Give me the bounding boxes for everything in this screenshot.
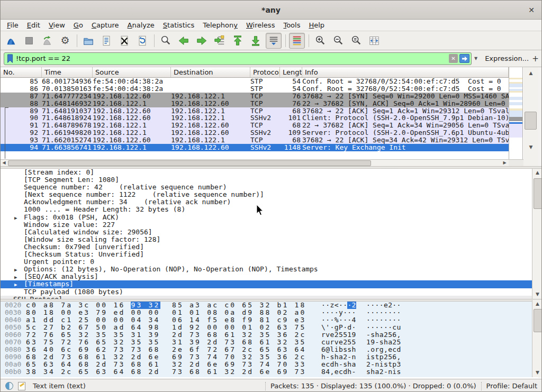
detail-row-4[interactable]: Acknowledgment number: 34 (relative ack …: [1, 198, 532, 206]
menu-edit[interactable]: Edit: [23, 20, 44, 30]
hex-row-0030[interactable]: 003080 18 00 e3 79 ed 00 0001 01 08 0a d…: [1, 309, 532, 316]
expand-arrow-icon[interactable]: ▶: [14, 274, 17, 280]
reload-file-button[interactable]: [134, 33, 150, 49]
column-header-protocol[interactable]: Protocol: [250, 67, 280, 77]
clear-filter-icon[interactable]: ✕: [449, 54, 458, 63]
expand-arrow-icon[interactable]: ▶: [14, 266, 17, 273]
zoom-100-button[interactable]: [348, 33, 364, 49]
display-filter-input[interactable]: !tcp.port == 22 ✕: [4, 52, 472, 65]
menu-view[interactable]: View: [44, 20, 69, 30]
detail-row-12[interactable]: Urgent pointer: 0: [1, 258, 532, 266]
scroll-down-icon[interactable]: ▼: [532, 369, 542, 377]
zoom-in-button[interactable]: [312, 33, 328, 49]
hex-vscrollbar[interactable]: ▲ ▼: [532, 300, 542, 377]
hex-row-0020[interactable]: 0020c0 a8 7a 3c 00 16 93 3285 a3 ac c0 6…: [1, 302, 532, 309]
detail-row-3[interactable]: [Next sequence number: 1122 (relative se…: [1, 191, 532, 198]
expand-arrow-icon[interactable]: ▶: [14, 281, 17, 288]
hex-row-0040[interactable]: 0040a1 dd c1 25 00 00 04 3406 14 f5 e8 f…: [1, 316, 532, 324]
add-filter-button[interactable]: +: [529, 54, 542, 63]
bookmark-icon[interactable]: [6, 54, 14, 63]
detail-row-13[interactable]: ▶Options: (12 bytes), No-Operation (NOP)…: [1, 266, 532, 273]
packet-row-91[interactable]: 9171.648789678192.168.122.1192.168.122.6…: [1, 122, 509, 129]
scrollbar-thumb[interactable]: [525, 112, 537, 130]
apply-filter-icon[interactable]: [459, 54, 469, 63]
zoom-out-button[interactable]: [330, 33, 346, 49]
scrollbar-thumb[interactable]: [534, 178, 542, 209]
packet-row-85[interactable]: 8568.001734936fe:54:00:d4:38:2aSTP54Conf…: [1, 78, 509, 85]
hex-row-0090[interactable]: 009068 2d 73 68 61 32 2d 6e69 73 74 70 3…: [1, 353, 532, 361]
details-vscrollbar[interactable]: ▲ ▼: [532, 169, 542, 299]
filter-history-dropdown-icon[interactable]: ▼: [472, 56, 480, 61]
expand-arrow-icon[interactable]: ▶: [14, 214, 17, 221]
expert-info-icon[interactable]: [5, 381, 14, 390]
column-header-source[interactable]: Source: [93, 67, 171, 77]
close-icon[interactable]: ✕: [527, 5, 536, 15]
scroll-left-icon[interactable]: ◀: [1, 160, 7, 166]
packet-row-92[interactable]: 9271.661949820192.168.122.1192.168.122.6…: [1, 129, 509, 136]
capture-options-button[interactable]: ⚙: [57, 33, 73, 49]
detail-row-6[interactable]: ▶Flags: 0x018 (PSH, ACK): [1, 214, 532, 221]
detail-row-2[interactable]: Sequence number: 42 (relative sequence n…: [1, 184, 532, 191]
detail-row-14[interactable]: ▶[SEQ/ACK analysis]: [1, 273, 532, 280]
detail-row-9[interactable]: [Window size scaling factor: 128]: [1, 236, 532, 243]
resize-columns-button[interactable]: [366, 33, 382, 49]
detail-row-5[interactable]: 1000 .... = Header Length: 32 bytes (8): [1, 206, 532, 213]
detail-row-1[interactable]: [TCP Segment Len: 1080]: [1, 176, 532, 184]
hex-row-0070[interactable]: 007063 75 72 76 65 32 35 3531 39 2d 73 6…: [1, 339, 532, 346]
packet-list-vscrollbar[interactable]: ▲ ▼: [523, 67, 538, 166]
hex-row-0050[interactable]: 00505c 27 b2 67 50 ad 64 981d 92 00 00 0…: [1, 324, 532, 331]
auto-scroll-toggle[interactable]: [266, 33, 282, 49]
hex-row-00a0[interactable]: 00a065 63 64 68 2d 73 68 6132 2d 6e 69 7…: [1, 361, 532, 368]
intelligent-scrollbar-minimap[interactable]: [509, 67, 523, 159]
packet-row-93[interactable]: 9371.662015274192.168.122.60192.168.122.…: [1, 136, 509, 144]
hex-row-00b0[interactable]: 00b038 34 2c 65 63 64 68 2d73 68 61 32 2…: [1, 368, 532, 376]
scroll-up-icon[interactable]: ▲: [523, 69, 538, 77]
column-header-destination[interactable]: Destination: [171, 67, 250, 77]
menu-file[interactable]: File: [3, 20, 23, 30]
open-file-button[interactable]: [80, 33, 96, 49]
column-header-info[interactable]: Info: [302, 67, 509, 77]
packet-row-87[interactable]: 8771.647777234192.168.122.60192.168.122.…: [1, 93, 509, 100]
status-profile[interactable]: Profile: Default: [486, 382, 537, 390]
packet-row-90[interactable]: 9071.648618924192.168.122.60192.168.122.…: [1, 114, 509, 122]
menu-help[interactable]: Help: [304, 20, 329, 30]
go-forward-button[interactable]: [194, 33, 210, 49]
menu-statistics[interactable]: Statistics: [159, 20, 198, 30]
detail-row-7[interactable]: Window size value: 227: [1, 221, 532, 229]
close-file-button[interactable]: [116, 33, 132, 49]
packet-row-86[interactable]: 8670.013850163fe:54:00:d4:38:2aSTP54Conf…: [1, 85, 509, 93]
packet-list-hscrollbar[interactable]: ◀ ▶: [1, 159, 509, 166]
find-packet-button[interactable]: [158, 33, 174, 49]
detail-row-0[interactable]: [Stream index: 0]: [1, 169, 532, 176]
scroll-up-icon[interactable]: ▲: [532, 300, 542, 308]
menu-analyze[interactable]: Analyze: [123, 20, 159, 30]
stop-capture-button[interactable]: [21, 33, 37, 49]
hex-row-0080[interactable]: 008036 40 6c 69 62 73 73 682e 6f 72 67 2…: [1, 346, 532, 353]
colorize-toggle[interactable]: [289, 33, 305, 49]
column-header-no[interactable]: No.: [1, 67, 42, 77]
packet-row-89[interactable]: 8971.648191037192.168.122.60192.168.122.…: [1, 107, 509, 115]
scrollbar-thumb[interactable]: [534, 309, 542, 332]
scroll-right-icon[interactable]: ▶: [501, 160, 508, 166]
filter-text[interactable]: !tcp.port == 22: [16, 54, 449, 62]
scroll-down-icon[interactable]: ▼: [523, 143, 538, 151]
restart-capture-button[interactable]: [39, 33, 55, 49]
capture-comment-icon[interactable]: [18, 382, 25, 390]
detail-row-10[interactable]: Checksum: 0x79ed [unverified]: [1, 243, 532, 251]
detail-row-15[interactable]: ▶[Timestamps]: [1, 280, 532, 288]
column-header-time[interactable]: Time: [42, 67, 93, 77]
go-back-button[interactable]: [176, 33, 192, 49]
menu-wireless[interactable]: Wireless: [242, 20, 279, 30]
scroll-down-icon[interactable]: ▼: [532, 290, 542, 298]
go-to-top-button[interactable]: [230, 33, 246, 49]
menu-go[interactable]: Go: [69, 20, 87, 30]
save-file-button[interactable]: [98, 33, 114, 49]
packet-row-94[interactable]: 9471.663856741192.168.122.1192.168.122.6…: [1, 144, 509, 151]
menu-tools[interactable]: Tools: [279, 20, 304, 30]
scrollbar-thumb[interactable]: [8, 160, 371, 166]
go-to-bottom-button[interactable]: [248, 33, 264, 49]
scroll-up-icon[interactable]: ▲: [532, 169, 542, 177]
go-to-packet-button[interactable]: [212, 33, 228, 49]
column-header-length[interactable]: Length: [280, 67, 302, 77]
detail-row-16[interactable]: TCP payload (1080 bytes): [1, 288, 532, 296]
